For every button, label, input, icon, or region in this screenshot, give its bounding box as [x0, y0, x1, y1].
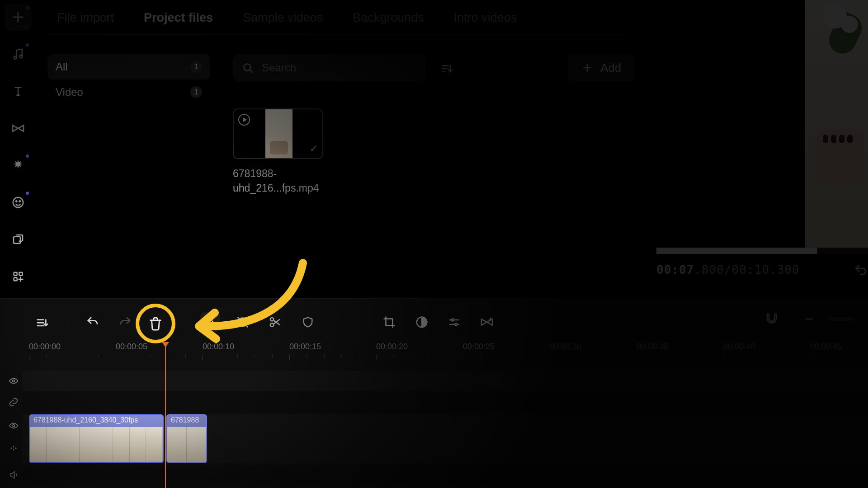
hide-button[interactable]	[233, 312, 253, 332]
clip-label: 6781988-uhd_2160_3840_30fps	[30, 415, 163, 427]
svg-point-4	[19, 201, 21, 202]
media-thumbnail: ✓	[233, 108, 323, 159]
timeline-panel: 00:00:0000:00:0500:00:1000:00:1500:00:20…	[0, 298, 868, 488]
tab-sample-videos[interactable]: Sample videos	[238, 8, 327, 28]
ruler-tick: 00:00:30	[550, 342, 581, 352]
sidebar-rail	[0, 0, 36, 298]
media-tabs: File import Project files Sample videos …	[52, 8, 521, 28]
ruler-tick: 00:00:00	[29, 342, 61, 352]
ruler-tick: 00:00:10	[203, 342, 234, 352]
adjust-button[interactable]	[444, 312, 464, 332]
trash-icon	[148, 316, 163, 331]
magnet-button[interactable]	[765, 312, 778, 326]
media-filename: 6781988-uhd_216...fps.mp4	[233, 166, 323, 195]
volume-toggle[interactable]	[5, 466, 23, 484]
track-empty-top[interactable]	[23, 371, 868, 391]
svg-rect-7	[19, 272, 22, 276]
timeline-clip[interactable]: 6781988	[166, 414, 207, 463]
notification-dot	[26, 192, 29, 195]
svg-point-21	[15, 447, 16, 449]
track-empty-mid[interactable]	[23, 392, 868, 413]
svg-point-19	[13, 446, 14, 447]
ruler-tick: 00:00:05	[116, 342, 147, 352]
revert-icon[interactable]	[854, 263, 868, 277]
svg-point-15	[455, 324, 457, 326]
timeline-ruler[interactable]: 00:00:0000:00:0500:00:1000:00:1500:00:20…	[23, 342, 868, 369]
timeline-clip[interactable]: 6781988-uhd_2160_3840_30fps	[29, 414, 164, 463]
search-icon	[242, 62, 254, 74]
audio-track[interactable]	[23, 466, 868, 484]
svg-point-10	[208, 320, 209, 321]
preview-panel: 00:07.800/00:10.300	[656, 0, 868, 248]
delete-button[interactable]	[136, 304, 175, 343]
search-input[interactable]	[262, 61, 416, 74]
preview-timecode: 00:07.800/00:10.300	[656, 263, 799, 277]
split-button[interactable]	[265, 312, 285, 332]
count-badge: 1	[190, 61, 202, 73]
contrast-button[interactable]	[412, 312, 432, 332]
tab-file-import[interactable]: File import	[52, 8, 118, 28]
add-button-label: Add	[600, 61, 621, 75]
ruler-tick: 00:00:45	[810, 342, 842, 352]
svg-point-3	[16, 201, 17, 202]
clip-label: 6781988	[167, 415, 206, 427]
tab-backgrounds[interactable]: Backgrounds	[348, 8, 429, 28]
visibility-toggle[interactable]	[5, 371, 23, 391]
apps-icon[interactable]	[5, 263, 32, 290]
tag-button[interactable]	[200, 312, 220, 332]
ruler-tick: 00:00:25	[463, 342, 495, 352]
stickers-icon[interactable]	[5, 189, 32, 216]
text-icon[interactable]	[5, 78, 32, 105]
shield-button[interactable]	[298, 312, 318, 332]
add-button[interactable]: Add	[568, 54, 635, 81]
svg-point-0	[14, 56, 17, 59]
svg-point-17	[13, 425, 15, 427]
plus-icon	[581, 62, 593, 74]
notification-dot	[26, 155, 29, 158]
search-field[interactable]	[233, 54, 425, 81]
tab-intro-videos[interactable]: Intro videos	[449, 8, 522, 28]
media-filters: All 1 Video 1	[47, 54, 210, 105]
ruler-tick: 00:00:35	[637, 342, 668, 352]
visibility-toggle[interactable]	[5, 414, 23, 437]
filter-label: Video	[56, 86, 83, 99]
svg-rect-8	[14, 277, 17, 281]
link-toggle[interactable]	[5, 392, 23, 413]
add-media-button[interactable]	[5, 4, 32, 31]
video-track[interactable]: 6781988-uhd_2160_3840_30fps 6781988	[23, 414, 868, 463]
effects-icon[interactable]	[5, 152, 32, 179]
timeline-toolbar-right	[765, 312, 854, 326]
timeline-toolbar	[32, 312, 497, 332]
zoom-out-button[interactable]	[804, 314, 815, 324]
notification-dot	[26, 43, 29, 47]
transitions-icon[interactable]	[5, 115, 32, 142]
redo-button[interactable]	[115, 312, 135, 332]
overlays-icon[interactable]	[5, 226, 32, 253]
tab-project-files[interactable]: Project files	[139, 8, 217, 28]
crop-button[interactable]	[379, 312, 399, 332]
svg-rect-6	[14, 272, 17, 276]
undo-button[interactable]	[83, 312, 103, 332]
preview-stage[interactable]	[656, 0, 868, 248]
check-icon: ✓	[310, 143, 318, 155]
filter-video[interactable]: Video 1	[47, 80, 210, 105]
media-item[interactable]: ✓ 6781988-uhd_216...fps.mp4	[233, 108, 323, 195]
playhead[interactable]	[165, 343, 166, 488]
tabs-divider	[47, 34, 626, 35]
sort-button[interactable]	[435, 57, 458, 80]
svg-point-14	[452, 319, 454, 321]
svg-point-1	[19, 55, 22, 58]
svg-rect-5	[14, 237, 20, 244]
svg-point-2	[13, 197, 24, 208]
audio-icon[interactable]	[5, 41, 32, 68]
zoom-slider[interactable]	[827, 317, 854, 321]
svg-point-20	[13, 449, 14, 450]
ruler-tick: 00:00:40	[723, 342, 755, 352]
notification-dot	[26, 6, 29, 9]
ruler-tick: 00:00:15	[289, 342, 321, 352]
effects-toggle[interactable]	[5, 437, 23, 460]
enhance-button[interactable]	[477, 312, 497, 332]
preview-progress[interactable]	[656, 248, 868, 254]
track-options-button[interactable]	[32, 312, 52, 332]
filter-all[interactable]: All 1	[47, 54, 210, 80]
